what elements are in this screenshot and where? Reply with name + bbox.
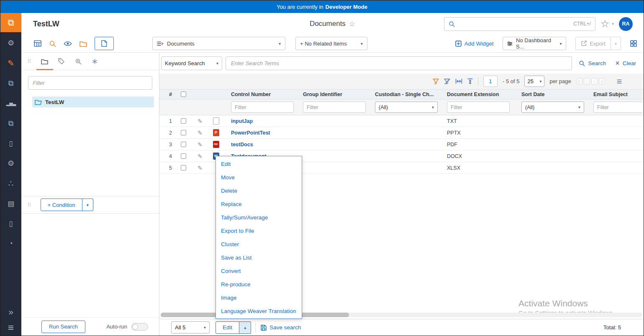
mass-actions-menu-item[interactable]: Delete [216,184,302,197]
tab-saved-searches[interactable] [70,53,87,70]
edit-pencil-icon[interactable]: ✎ [198,130,203,136]
document-link[interactable]: testDocs [231,142,253,148]
search-terms-input[interactable] [226,56,572,70]
column-header-document-extension[interactable]: Document Extension [439,92,513,97]
mass-action-edit-button[interactable]: Edit [216,321,239,334]
sidebar-icon[interactable] [0,173,21,193]
tree-item-testlw[interactable]: TestLW [32,97,154,107]
control-number-filter-input[interactable] [231,102,294,113]
auto-run-toggle[interactable] [131,323,148,331]
table-row[interactable]: 2 ✎ P PowerPointTest PPTX [159,127,644,139]
add-condition-button[interactable]: + Condition [41,199,82,211]
custodian-filter-select[interactable]: (All) ▾ [375,102,438,113]
edit-pencil-icon[interactable]: ✎ [198,118,203,125]
favorite-star-icon[interactable]: ☆ [349,20,355,28]
email-subject-filter-input[interactable] [593,102,642,113]
row-checkbox[interactable] [181,165,186,171]
column-header-custodian[interactable]: Custodian - Single Ch... [367,92,439,97]
mass-actions-menu-item[interactable]: Cluster [216,237,302,251]
filters-icon[interactable] [433,79,439,84]
search-panel-icon[interactable] [49,40,56,47]
sidebar-icon[interactable] [0,93,21,113]
mass-actions-menu-item[interactable]: Move [216,171,302,184]
sidebar-icon[interactable] [0,53,21,73]
hamburger-menu-icon[interactable] [0,320,21,336]
mass-actions-menu-item[interactable]: Language Weaver Translation [216,304,302,318]
mass-actions-menu-item[interactable]: Edit [216,157,302,171]
dashboard-grid-icon[interactable] [630,40,637,47]
global-search-input[interactable] [458,21,570,27]
prev-page-button[interactable]: ‹ [584,78,590,84]
panel-drag-handle[interactable]: ⠿ [27,58,31,64]
sidebar-icon[interactable] [0,234,21,254]
favorites-icon[interactable]: ☆ [600,18,610,30]
preview-eye-icon[interactable] [64,41,72,46]
sidebar-icon[interactable] [0,133,21,153]
mass-action-caret-button[interactable]: ▴ [239,321,251,334]
first-page-button[interactable]: |‹ [576,78,582,84]
condition-drag-handle[interactable]: ⠿ [27,202,31,208]
column-header-number[interactable]: # [159,92,175,97]
collapse-sidebar-icon[interactable] [0,304,21,320]
edit-pencil-icon[interactable]: ✎ [198,141,203,148]
sidebar-icon[interactable] [0,73,21,93]
folder-filter-input[interactable] [28,76,152,90]
mass-actions-menu-item[interactable]: Image [216,291,302,304]
run-search-button[interactable]: Run Search [41,321,85,333]
sidebar-icon[interactable] [0,153,21,173]
mass-actions-menu-item[interactable]: Convert [216,264,302,277]
page-number-input[interactable]: 1 [483,76,498,87]
column-header-control-number[interactable]: Control Number [223,92,295,97]
document-link[interactable]: inputJap [231,118,253,124]
edit-pencil-icon[interactable]: ✎ [198,153,203,160]
row-checkbox[interactable] [181,142,186,147]
dashboard-selector-dropdown[interactable]: No Dashboard S... ▾ [503,37,566,50]
sidebar-icon[interactable] [0,193,21,214]
select-all-checkbox[interactable] [181,92,186,97]
mass-actions-menu-item[interactable]: Tally/Sum/Average [216,211,302,224]
fit-row-height-icon[interactable] [467,78,473,84]
clear-button[interactable]: × Clear [615,59,636,67]
tab-clusters[interactable]: ∗ [87,53,103,70]
table-row[interactable]: 1 ✎ inputJap TXT [159,115,644,127]
relativity-logo[interactable] [0,13,21,32]
clear-filters-icon[interactable] [444,79,450,84]
condition-caret-button[interactable]: ▾ [82,199,93,211]
user-avatar[interactable]: RA [619,17,633,31]
mass-actions-menu-item[interactable]: Re-produce [216,277,302,291]
mass-actions-menu-item[interactable]: Save as List [216,251,302,264]
row-checkbox[interactable] [181,118,186,124]
global-search-box[interactable]: CTRL+/ [444,17,595,31]
add-widget-button[interactable]: Add Widget [455,41,494,47]
document-link[interactable]: PowerPointTest [231,130,270,136]
search-button[interactable]: Search [579,60,606,66]
related-items-dropdown[interactable]: + No Related Items ▾ [295,37,367,50]
grid-options-icon[interactable]: ≡ [617,77,622,86]
table-row[interactable]: 3 ✎ PDF testDocs PDF [159,139,644,150]
sidebar-icon[interactable] [0,33,21,53]
export-caret-button[interactable]: ▾ [611,37,621,50]
sidebar-icon[interactable] [0,214,21,234]
tab-field-tree[interactable] [53,53,70,70]
mass-actions-menu-item[interactable]: Export to File [216,224,302,237]
page-size-select[interactable]: 25 ▾ [524,76,544,87]
row-checkbox[interactable] [181,153,186,159]
view-selector-dropdown[interactable]: Documents ▾ [152,37,285,50]
last-page-button[interactable]: ›| [599,78,605,84]
row-checkbox[interactable] [181,130,186,135]
tab-folders[interactable] [36,53,53,70]
selection-scope-select[interactable]: All 5 ▾ [171,321,210,333]
save-search-button[interactable]: Save search [261,324,301,331]
mass-actions-menu-item[interactable]: Replace [216,197,302,211]
sidebar-icon[interactable] [0,113,21,133]
column-header-group-identifier[interactable]: Group Identifier [295,92,367,97]
sort-date-filter-select[interactable]: (All) ▾ [521,102,584,113]
export-button[interactable]: Export [575,37,611,50]
column-header-sort-date[interactable]: Sort Date [513,92,585,97]
group-identifier-filter-input[interactable] [303,102,366,113]
search-mode-dropdown[interactable]: Keyword Search ▾ [161,56,222,70]
next-page-button[interactable]: › [591,78,598,84]
document-viewer-button[interactable] [95,37,114,50]
document-extension-filter-input[interactable] [447,102,510,113]
folders-icon[interactable] [80,41,87,47]
